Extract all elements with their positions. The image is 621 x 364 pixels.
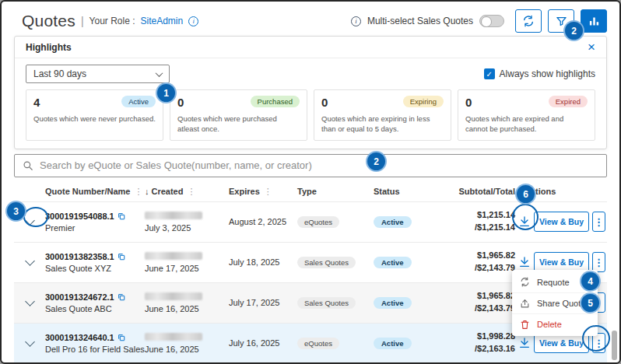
role-label: Your Role : <box>89 16 135 26</box>
column-label: Created <box>152 187 184 196</box>
annotation-ring-download <box>512 204 539 230</box>
annotation-step-2-search: 2 <box>367 152 385 170</box>
created-date: June 16, 2025 <box>145 345 229 354</box>
refresh-icon <box>522 15 535 27</box>
card-description: Quotes which were purchased atleast once… <box>177 114 300 135</box>
highlight-card-active: 4 Active Quotes which were never purchas… <box>26 89 163 141</box>
view-buy-button[interactable]: View & Buy <box>534 212 589 232</box>
quote-name: Sales Quote ABC <box>45 304 145 313</box>
status-badge: Active <box>374 338 412 349</box>
download-icon[interactable] <box>518 337 531 349</box>
total-value: /$2,143.79 <box>454 262 515 275</box>
period-select-value: Last 90 days <box>33 68 86 79</box>
page-header: Quotes | Your Role : SiteAdmin i i Multi… <box>2 2 619 36</box>
chart-view-button[interactable] <box>581 9 607 33</box>
kebab-menu-button[interactable]: ⋮ <box>592 212 605 232</box>
status-badge: Active <box>121 96 156 107</box>
column-menu-icon[interactable]: ⋮ <box>187 187 195 196</box>
role-value: SiteAdmin <box>141 16 184 26</box>
subtotal-value: $1,965.82 <box>454 290 515 303</box>
copy-icon[interactable] <box>118 334 125 341</box>
title-separator: | <box>81 15 84 27</box>
vertical-scrollbar[interactable] <box>612 331 617 360</box>
subtotal-value: $1,998.28 <box>454 331 515 343</box>
column-type: Type <box>297 187 374 196</box>
quote-name: Dell Pro 16 for Field Sales <box>45 345 145 354</box>
requote-icon <box>520 277 531 287</box>
card-description: Quotes which were never purchased. <box>33 114 156 124</box>
search-input[interactable] <box>40 159 598 171</box>
status-badge: Expired <box>549 96 588 107</box>
status-badge: Active <box>374 216 412 228</box>
column-status: Status <box>374 187 454 196</box>
highlight-card-purchased: 0 Purchased Quotes which were purchased … <box>170 89 307 141</box>
expand-chevron-icon[interactable] <box>25 337 35 347</box>
card-description: Quotes which are expired and cannot be p… <box>465 114 588 135</box>
multiselect-info-icon[interactable]: i <box>351 16 361 26</box>
column-label: Type <box>297 187 317 196</box>
expand-chevron-icon[interactable] <box>25 256 35 266</box>
always-show-label: Always show highlights <box>500 68 595 79</box>
quote-name: Premier <box>45 223 145 233</box>
menu-item-label: Share Quote <box>537 299 585 308</box>
quote-number: 3000191324672.1 <box>45 292 114 302</box>
column-created[interactable]: ↓Created⋮ <box>145 187 229 197</box>
quote-number: 3000191382358.1 <box>45 252 114 261</box>
annotation-step-4: 4 <box>581 272 599 290</box>
page-title: Quotes <box>22 12 75 30</box>
total-value: /$2,143.79 <box>454 303 515 315</box>
highlights-controls: Last 90 days ✓ Always show highlights <box>15 58 606 88</box>
bar-chart-icon <box>588 16 600 27</box>
copy-icon[interactable] <box>118 253 125 261</box>
column-expires[interactable]: Expires⋮ <box>229 187 297 197</box>
filter-icon <box>556 16 567 27</box>
quote-name: Sales Quote XYZ <box>45 264 145 273</box>
redacted-creator <box>145 212 202 219</box>
close-icon[interactable]: × <box>588 42 595 53</box>
trash-icon <box>520 320 531 330</box>
copy-icon[interactable] <box>118 212 125 220</box>
highlights-cards: 4 Active Quotes which were never purchas… <box>15 88 606 149</box>
role-info-icon[interactable]: i <box>188 16 198 26</box>
column-label: Status <box>374 187 400 196</box>
annotation-ring-kebab <box>582 325 610 352</box>
annotation-step-3: 3 <box>7 202 25 220</box>
multiselect-label: Multi-select Sales Quotes <box>367 16 473 26</box>
column-label: Quote Number/Name <box>45 187 130 196</box>
expand-chevron-icon[interactable] <box>25 296 35 306</box>
redacted-creator <box>145 252 202 260</box>
created-date: June 16, 2025 <box>145 304 229 313</box>
multiselect-toggle[interactable] <box>479 15 504 27</box>
always-show-checkbox[interactable]: ✓ <box>484 68 495 79</box>
always-show-row: ✓ Always show highlights <box>484 68 595 79</box>
type-badge: eQuotes <box>297 216 339 228</box>
annotation-step-2-filter: 2 <box>565 22 583 40</box>
quote-number: 3000191324640.1 <box>45 333 114 342</box>
annotation-step-6: 6 <box>517 185 535 203</box>
period-select[interactable]: Last 90 days <box>26 65 170 83</box>
expires-date: July 16, 2025 <box>229 338 297 348</box>
column-label: Expires <box>229 187 260 196</box>
highlight-card-expiring: 0 Expiring Quotes which are expiring in … <box>314 89 451 141</box>
menu-item-label: Requote <box>537 278 570 287</box>
column-number[interactable]: Quote Number/Name⋮ <box>45 187 145 197</box>
type-badge: Sales Quotes <box>297 257 356 268</box>
created-date: July 3, 2025 <box>145 223 229 233</box>
copy-icon[interactable] <box>118 293 125 301</box>
column-menu-icon[interactable]: ⋮ <box>134 187 142 196</box>
column-menu-icon[interactable]: ⋮ <box>264 187 272 196</box>
search-bar <box>14 154 607 177</box>
column-label: Subtotal/Total <box>458 187 515 196</box>
total-value: /$1,215.14 <box>454 222 515 234</box>
refresh-button[interactable] <box>515 9 542 33</box>
expires-date: July 17, 2025 <box>229 298 297 307</box>
share-icon <box>520 299 531 309</box>
status-badge: Active <box>374 297 412 309</box>
redacted-creator <box>145 333 202 341</box>
chevron-down-icon <box>156 69 163 77</box>
highlights-panel: Highlights × Last 90 days ✓ Always show … <box>14 36 607 149</box>
status-badge: Active <box>374 257 412 268</box>
expires-date: July 18, 2025 <box>229 257 297 267</box>
sort-desc-icon[interactable]: ↓ <box>145 187 149 196</box>
download-icon[interactable] <box>518 256 531 268</box>
